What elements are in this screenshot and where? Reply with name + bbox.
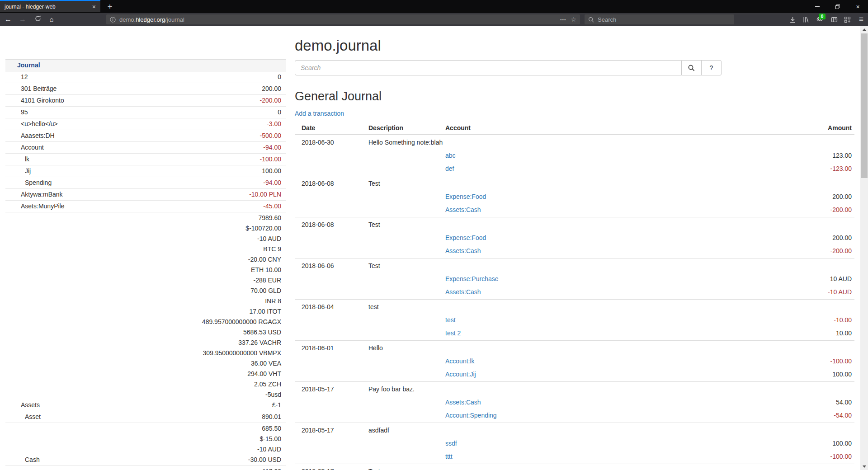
spacer xyxy=(295,396,368,409)
sidebar-account-link[interactable]: Aktywa:mBank xyxy=(5,189,249,200)
browser-navbar: ← → ⌂ demo.hledger.org/journal ••• ☆ Sea… xyxy=(0,13,868,26)
browser-tab[interactable]: journal - hledger-web × xyxy=(0,0,100,12)
sidebar-account-link[interactable]: Account xyxy=(5,142,263,153)
sidebar-toggle-button[interactable] xyxy=(828,14,840,24)
site-info-icon[interactable] xyxy=(110,17,116,23)
posting-amount: -100.00 xyxy=(760,355,854,368)
transaction-title-line: 2018-06-30Hello Something note:blah xyxy=(295,136,854,149)
balance-line: 200.00 xyxy=(262,84,281,94)
sidebar-journal-link[interactable]: Journal xyxy=(5,59,286,71)
posting-account-link[interactable]: Account:Jij xyxy=(445,371,476,378)
sidebar-account-link[interactable]: Asset xyxy=(5,411,262,423)
posting-account-link[interactable]: ssdf xyxy=(445,440,457,447)
sidebar-account-balance: 100.00 xyxy=(262,165,286,177)
sidebar-account-link[interactable]: Cash xyxy=(5,454,248,465)
tab-close-icon[interactable]: × xyxy=(92,3,96,10)
downloads-button[interactable] xyxy=(786,14,799,24)
reload-icon xyxy=(35,15,41,22)
library-button[interactable] xyxy=(799,14,812,24)
posting-account-link[interactable]: Account:Spending xyxy=(445,412,497,419)
posting-amount: -10.00 xyxy=(760,314,854,327)
balance-line: 100.00 xyxy=(262,166,281,176)
sidebar-account-balance: 0 xyxy=(278,107,286,118)
new-tab-button[interactable]: + xyxy=(103,1,117,13)
sidebar-account-balance: 685.50$-15.00-10 AUD-30.00 USD xyxy=(248,423,286,465)
search-help-button[interactable]: ? xyxy=(702,60,722,75)
sidebar-account-link[interactable]: Asets:MunyPile xyxy=(5,201,263,212)
balance-line: -3.00 xyxy=(267,119,281,129)
scrollbar-thumb[interactable] xyxy=(861,33,868,178)
posting-amount: 100.00 xyxy=(760,368,854,381)
reload-button[interactable] xyxy=(32,14,44,24)
transaction-description: Test xyxy=(368,465,445,470)
sidebar-account-row: Jij100.00 xyxy=(5,165,286,177)
home-button[interactable]: ⌂ xyxy=(45,14,58,24)
spacer xyxy=(445,218,760,231)
balance-line: $-15.00 xyxy=(248,434,281,444)
minimize-button[interactable] xyxy=(807,0,827,13)
spacer xyxy=(295,162,368,175)
spacer xyxy=(295,244,368,258)
posting-account: test 2 xyxy=(445,327,760,340)
spacer xyxy=(295,190,368,203)
sidebar-account-link[interactable]: Aaasets:DH xyxy=(5,130,260,141)
spacer xyxy=(295,286,368,299)
page-actions-icon[interactable]: ••• xyxy=(560,17,566,22)
main-content: demo.journal ? General Journal Add a tra… xyxy=(295,26,854,470)
posting-line: test 210.00 xyxy=(295,327,854,340)
posting-account-link[interactable]: Assets:Cash xyxy=(445,399,481,406)
sidebar-account-row: Assets7989.60$-100720.00-10 AUDBTC 9-20.… xyxy=(5,212,286,411)
extension-button[interactable]: 0 xyxy=(813,14,826,24)
sidebar-account-link[interactable]: 95 xyxy=(5,107,278,118)
spacer xyxy=(368,450,445,463)
posting-account-link[interactable]: Expense:Purchase xyxy=(445,275,499,282)
forward-button[interactable]: → xyxy=(16,14,29,24)
journal-search-input[interactable] xyxy=(295,60,682,75)
posting-account-link[interactable]: Account:lk xyxy=(445,357,475,365)
sidebar-account-link[interactable]: 4101 Girokonto xyxy=(5,95,260,106)
spacer xyxy=(295,450,368,463)
posting-account-link[interactable]: Assets:Cash xyxy=(445,206,481,213)
posting-line: Account:lk-100.00 xyxy=(295,355,854,368)
page-scrollbar[interactable] xyxy=(860,26,868,470)
sidebar-account-link[interactable]: <u>hello</u> xyxy=(5,118,267,130)
transaction-row: 2018-06-01HelloAccount:lk-100.00Account:… xyxy=(295,341,854,382)
balance-line: -100.00 xyxy=(260,154,281,164)
menu-button[interactable]: ≡ xyxy=(855,14,868,24)
spacer xyxy=(445,424,760,437)
overflow-grid-button[interactable] xyxy=(841,14,854,24)
posting-account-link[interactable]: Assets:Cash xyxy=(445,288,481,296)
sidebar-account-row: Spending-94.00 xyxy=(5,177,286,189)
posting-account-link[interactable]: test xyxy=(445,316,456,324)
posting-account-link[interactable]: tttt xyxy=(445,453,453,460)
sidebar-account-link[interactable]: 12 xyxy=(5,71,278,83)
scroll-down-button[interactable] xyxy=(860,463,868,470)
scroll-up-button[interactable] xyxy=(860,26,868,33)
spacer xyxy=(445,301,760,314)
posting-account-link[interactable]: test 2 xyxy=(445,329,461,337)
restore-button[interactable] xyxy=(827,0,848,13)
spacer xyxy=(760,342,854,355)
back-button[interactable]: ← xyxy=(2,14,14,24)
posting-account-link[interactable]: abc xyxy=(445,152,456,159)
close-window-button[interactable]: × xyxy=(848,0,868,13)
sidebar-account-link[interactable]: Assets xyxy=(5,400,202,411)
browser-search-field[interactable]: Search xyxy=(585,14,734,24)
posting-line: Account:Jij100.00 xyxy=(295,368,854,381)
posting-account-link[interactable]: Expense:Food xyxy=(445,193,486,200)
add-transaction-link[interactable]: Add a transaction xyxy=(295,110,344,117)
posting-account-link[interactable]: Expense:Food xyxy=(445,234,486,241)
url-subdomain: demo. xyxy=(119,16,136,23)
sidebar-account-link[interactable]: 301 Beiträge xyxy=(5,83,262,94)
sidebar-account-link[interactable]: lk xyxy=(5,154,260,165)
sidebar-account-row: 120 xyxy=(5,71,286,83)
transaction-date: 2018-06-08 xyxy=(295,177,368,190)
journal-search-button[interactable] xyxy=(682,60,702,75)
url-bar[interactable]: demo.hledger.org/journal ••• ☆ xyxy=(106,14,580,24)
sidebar-account-link[interactable]: Jij xyxy=(5,165,262,177)
bookmark-star-icon[interactable]: ☆ xyxy=(571,16,576,23)
posting-account-link[interactable]: Assets:Cash xyxy=(445,247,481,254)
posting-line: Expense:Food200.00 xyxy=(295,231,854,244)
sidebar-account-link[interactable]: Spending xyxy=(5,177,263,188)
posting-account-link[interactable]: def xyxy=(445,165,454,172)
